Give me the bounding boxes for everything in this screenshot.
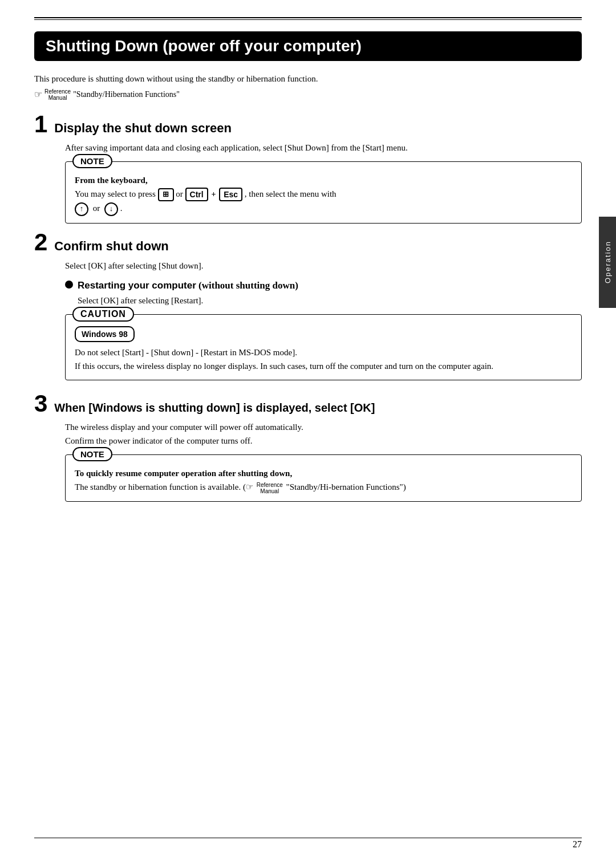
ref-text: "Standby/Hibernation Functions" (73, 90, 180, 99)
step3-note-box: NOTE To quickly resume computer operatio… (65, 454, 582, 502)
step3-note-label: NOTE (72, 447, 112, 461)
page-title: Shutting Down (power off your computer) (34, 31, 582, 61)
step1-note-arrows: ↑ or ↓ . (75, 201, 572, 216)
step1-number: 1 (34, 112, 47, 136)
step1-body: After saving important data and closing … (65, 141, 582, 155)
top-border-thin (34, 19, 582, 20)
step3-ref-label: Reference Manual (257, 482, 283, 494)
ctrl-key: Ctrl (185, 188, 208, 201)
step2-body: Select [OK] after selecting [Shut down]. (65, 259, 582, 273)
intro-line1: This procedure is shutting down without … (34, 72, 582, 86)
esc-key: Esc (219, 188, 242, 201)
step3-body: The wireless display and your computer w… (65, 420, 582, 448)
caution-line1: Do not select [Start] - [Shut down] - [R… (75, 346, 572, 359)
ref-arrow-icon: ☞ (34, 89, 42, 100)
bottom-border (34, 838, 582, 838)
arrow-up-key: ↑ (75, 202, 88, 216)
step1-note-body: You may select to press ⊞ or Ctrl + Esc … (75, 187, 572, 202)
bullet-header: Restarting your computer (without shutti… (65, 278, 582, 291)
page-number: 27 (573, 839, 582, 850)
side-tab-label: Operation (603, 241, 612, 283)
bullet-title: Restarting your computer (without shutti… (78, 280, 298, 291)
step1-header: 1 Display the shut down screen (34, 112, 582, 136)
step3-body-line1: The wireless display and your computer w… (65, 420, 582, 434)
step1-note-content: From the keyboard, You may select to pre… (75, 173, 572, 216)
step2-title: Confirm shut down (54, 239, 168, 254)
bullet-dot-icon (65, 281, 73, 289)
bullet-section: Restarting your computer (without shutti… (65, 278, 582, 307)
page-container: Shutting Down (power off your computer) … (0, 0, 616, 861)
step3-body-line2: Confirm the power indicator of the compu… (65, 434, 582, 448)
step3-note-bold: To quickly resume computer operation aft… (75, 466, 572, 480)
step2-number: 2 (34, 230, 47, 254)
windows-key: ⊞ (158, 188, 174, 201)
caution-label: CAUTION (72, 307, 134, 322)
step3-title: When [Windows is shutting down] is displ… (54, 401, 375, 415)
step1-title: Display the shut down screen (54, 121, 232, 136)
step2-header: 2 Confirm shut down (34, 230, 582, 254)
step3-note-body: The standby or hibernation function is a… (75, 480, 572, 494)
windows98-badge: Windows 98 (75, 326, 572, 346)
step1-note-bold: From the keyboard, (75, 173, 572, 187)
step1-note-box: NOTE From the keyboard, You may select t… (65, 161, 582, 224)
step3-number: 3 (34, 392, 47, 416)
step1-note-label: NOTE (72, 154, 112, 168)
caution-box: CAUTION Windows 98 Do not select [Start]… (65, 314, 582, 380)
bullet-body: Select [OK] after selecting [Restart]. (78, 294, 582, 307)
step3-header: 3 When [Windows is shutting down] is dis… (34, 392, 582, 416)
caution-content: Windows 98 Do not select [Start] - [Shut… (75, 326, 572, 373)
top-border-thick (34, 17, 582, 18)
arrow-down-key: ↓ (104, 202, 118, 216)
side-tab: Operation (599, 217, 616, 308)
step3-note-content: To quickly resume computer operation aft… (75, 466, 572, 494)
ref-label: Reference Manual (44, 88, 71, 101)
caution-line2: If this occurs, the wireless display no … (75, 359, 572, 373)
reference-link: ☞ Reference Manual "Standby/Hibernation … (34, 88, 582, 101)
